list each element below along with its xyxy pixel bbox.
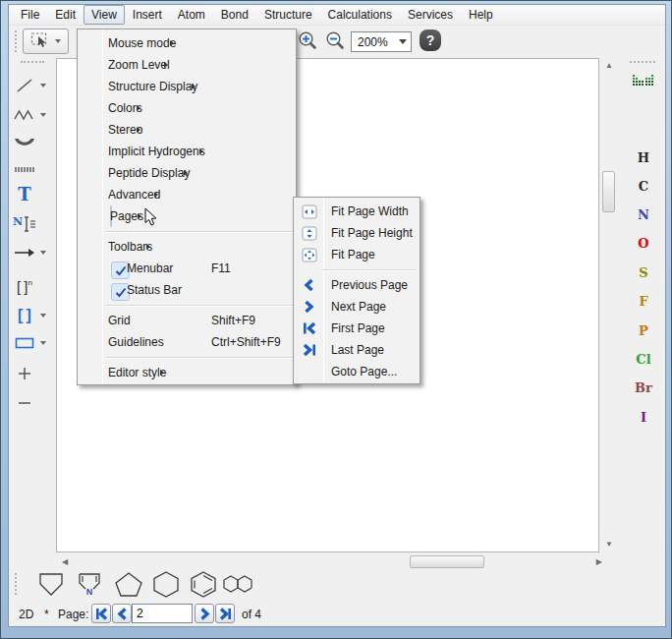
bond-tool-button[interactable]	[9, 74, 54, 97]
toolbar-grip[interactable]	[15, 30, 18, 52]
element-button-f[interactable]: F	[622, 294, 665, 309]
benzene-icon	[187, 569, 220, 599]
submenu-item-fit-page-width[interactable]: Fit Page Width	[294, 201, 420, 222]
menu-separator	[294, 265, 420, 274]
menu-atom[interactable]: Atom	[170, 5, 213, 25]
menu-item-guidelines[interactable]: GuidelinesCtrl+Shift+F9	[78, 331, 296, 353]
previous-page-icon	[117, 608, 128, 620]
pyrrole-template-button[interactable]: N	[73, 569, 106, 603]
menu-item-editor-style[interactable]: Editor style	[78, 362, 296, 383]
scroll-left-icon[interactable]: ◀	[62, 558, 68, 566]
menu-item-structure-display[interactable]: Structure Display	[78, 76, 296, 97]
cyclopentadiene-template-button[interactable]	[34, 569, 68, 603]
text-tool-button[interactable]: T	[9, 183, 54, 206]
periodic-table-button[interactable]	[633, 75, 654, 92]
element-button-n[interactable]: N	[622, 207, 665, 222]
arc-tool-button[interactable]	[9, 131, 54, 154]
menu-item-advanced[interactable]: Advanced	[78, 184, 296, 205]
menu-structure[interactable]: Structure	[256, 5, 320, 25]
menu-help[interactable]: Help	[461, 5, 501, 25]
menu-item-zoom-level[interactable]: Zoom Level	[78, 54, 296, 76]
chevron-down-icon	[40, 314, 46, 318]
submenu-item-fit-page[interactable]: Fit Page	[294, 244, 420, 265]
dimension-mode-label[interactable]: 2D	[19, 608, 33, 621]
menu-bond[interactable]: Bond	[213, 5, 256, 25]
app-window: File Edit View Insert Atom Bond Structur…	[8, 4, 666, 627]
decrease-charge-button[interactable]	[9, 391, 54, 415]
menu-item-menubar[interactable]: MenubarF11	[78, 258, 296, 279]
toolbar-grip[interactable]	[15, 573, 18, 595]
element-button-c[interactable]: C	[622, 179, 665, 194]
menu-calculations[interactable]: Calculations	[320, 5, 400, 25]
last-page-button[interactable]	[215, 604, 235, 623]
menu-insert[interactable]: Insert	[125, 5, 170, 25]
menu-file[interactable]: File	[13, 5, 47, 25]
menu-item-peptide-display[interactable]: Peptide Display	[78, 162, 296, 184]
atom-label-tool-button[interactable]: N	[9, 212, 54, 236]
chain-tool-button[interactable]	[9, 103, 54, 127]
submenu-item-next-page[interactable]: Next Page	[294, 296, 420, 318]
element-button-h[interactable]: H	[622, 150, 665, 165]
previous-page-button[interactable]	[112, 604, 132, 623]
benzene-template-button[interactable]	[187, 569, 220, 603]
submenu-arrow-icon	[154, 192, 158, 198]
vertical-scrollbar[interactable]: ▲ ▼	[600, 58, 617, 552]
menu-item-grid[interactable]: GridShift+F9	[78, 310, 296, 331]
scroll-right-icon[interactable]: ▶	[596, 558, 602, 566]
menu-item-stereo[interactable]: Stereo	[78, 119, 296, 141]
zoom-level-value: 200%	[352, 35, 395, 49]
page-total-label: of 4	[242, 608, 261, 621]
bracket-tool-button[interactable]: [ ]	[9, 304, 54, 327]
menu-edit[interactable]: Edit	[47, 5, 84, 25]
toolbar-grip[interactable]	[630, 61, 655, 64]
menu-services[interactable]: Services	[400, 5, 461, 25]
increase-charge-button[interactable]	[9, 362, 54, 385]
element-button-cl[interactable]: Cl	[622, 352, 665, 367]
modified-indicator: *	[44, 608, 49, 621]
submenu-item-last-page[interactable]: Last Page	[294, 339, 420, 361]
rectangle-tool-button[interactable]	[9, 331, 54, 355]
element-button-br[interactable]: Br	[622, 380, 665, 395]
menu-item-status-bar[interactable]: Status Bar	[78, 279, 296, 301]
menu-item-colors[interactable]: Colors	[78, 97, 296, 119]
menu-item-toolbars[interactable]: Toolbars	[78, 236, 296, 258]
arrow-tool-button[interactable]	[9, 241, 54, 264]
submenu-item-goto-page[interactable]: Goto Page...	[294, 361, 420, 382]
submenu-item-previous-page[interactable]: Previous Page	[294, 274, 420, 296]
element-button-o[interactable]: O	[622, 236, 665, 251]
cyclopentane-template-button[interactable]	[112, 569, 145, 603]
naphthalene-template-button[interactable]	[223, 575, 254, 597]
next-page-button[interactable]	[195, 604, 214, 623]
submenu-arrow-icon	[184, 170, 188, 176]
submenu-item-fit-page-height[interactable]: Fit Page Height	[294, 222, 420, 244]
zoom-in-button[interactable]	[296, 29, 318, 52]
template-toolbar: N	[9, 567, 665, 600]
cyclohexane-template-button[interactable]	[149, 569, 183, 603]
repeating-group-bracket-button[interactable]: [ ]n	[9, 274, 54, 298]
menu-item-pages[interactable]: Pages	[78, 205, 296, 227]
zoom-out-button[interactable]	[323, 29, 346, 52]
first-page-button[interactable]	[91, 604, 111, 623]
submenu-item-first-page[interactable]: First Page	[294, 318, 420, 339]
menu-view[interactable]: View	[84, 5, 125, 25]
selection-tool-button[interactable]	[23, 29, 69, 54]
zoom-combobox-dropdown[interactable]	[395, 32, 411, 51]
zoom-level-combobox[interactable]: 200%	[351, 31, 412, 52]
help-button[interactable]: ?	[420, 29, 441, 51]
scroll-down-icon[interactable]: ▼	[605, 541, 613, 549]
bracket-icon: [ ]	[9, 307, 40, 324]
element-button-p[interactable]: P	[622, 323, 665, 338]
dashed-bond-tool-button[interactable]	[9, 157, 54, 181]
menu-item-mouse-mode[interactable]: Mouse mode	[78, 32, 296, 54]
arc-icon	[9, 137, 40, 148]
element-button-i[interactable]: I	[622, 410, 665, 425]
scroll-up-icon[interactable]: ▲	[605, 62, 613, 70]
submenu-arrow-icon	[137, 105, 140, 111]
element-button-s[interactable]: S	[622, 265, 665, 280]
menu-item-implicit-hydrogens[interactable]: Implicit Hydrogens	[78, 141, 296, 162]
page-number-input[interactable]	[132, 604, 193, 623]
toolbar-grip[interactable]	[21, 61, 44, 64]
menu-shortcut: Ctrl+Shift+F9	[211, 335, 281, 349]
vertical-scrollbar-thumb[interactable]	[602, 171, 615, 212]
text-tool-icon: T	[9, 186, 40, 203]
